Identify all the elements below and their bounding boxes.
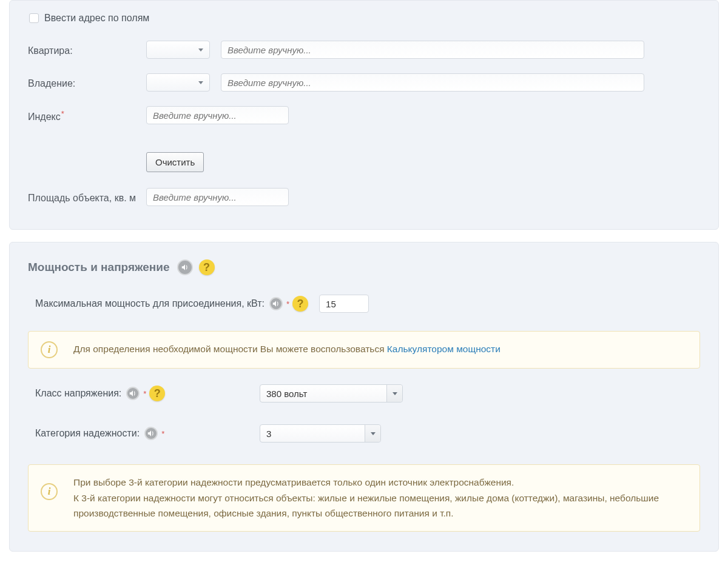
audio-icon[interactable]: [177, 259, 193, 275]
required-marker: *: [286, 299, 289, 309]
info-icon: i: [41, 483, 58, 500]
help-icon[interactable]: ?: [199, 259, 215, 275]
area-input[interactable]: [146, 188, 289, 206]
calc-info-text: Для определения необходимой мощности Вы …: [73, 344, 387, 354]
max-power-label: Максимальная мощность для присоединения,…: [35, 298, 265, 309]
index-row: Индекс*: [28, 106, 700, 124]
help-icon[interactable]: ?: [149, 386, 165, 401]
reliability-label: Категория надежности:: [35, 428, 140, 439]
clear-button[interactable]: Очистить: [146, 152, 204, 172]
ownership-select[interactable]: [146, 73, 210, 92]
calculator-info: i Для определения необходимой мощности В…: [28, 331, 700, 369]
ownership-input[interactable]: [221, 73, 644, 92]
calculator-link[interactable]: Калькулятором мощности: [387, 344, 500, 354]
apartment-input[interactable]: [221, 41, 644, 59]
reliability-info-line2: К 3-й категории надежности могут относит…: [73, 490, 687, 521]
reliability-value: 3: [266, 429, 271, 439]
reliability-dropdown[interactable]: 3: [260, 424, 381, 443]
voltage-class-dropdown[interactable]: 380 вольт: [260, 384, 403, 403]
address-panel: Ввести адрес по полям Квартира: Владение…: [9, 0, 719, 230]
power-panel: Мощность и напряжение ? Максимальная мощ…: [9, 242, 719, 552]
voltage-class-row: Класс напряжения: * ? 380 вольт: [35, 384, 700, 403]
index-input[interactable]: [146, 106, 289, 124]
reliability-info-line1: При выборе 3-й категории надежности пред…: [73, 475, 687, 490]
required-marker: *: [61, 109, 64, 118]
info-icon: i: [41, 341, 58, 358]
required-marker: *: [143, 389, 146, 398]
power-section-title: Мощность и напряжение: [28, 261, 170, 274]
manual-address-checkbox[interactable]: [29, 13, 39, 23]
voltage-class-label: Класс напряжения:: [35, 388, 121, 399]
area-row: Площадь объекта, кв. м: [28, 188, 700, 206]
voltage-class-value: 380 вольт: [266, 389, 307, 399]
ownership-row: Владение:: [28, 73, 700, 92]
apartment-row: Квартира:: [28, 41, 700, 59]
audio-icon[interactable]: [269, 297, 283, 310]
manual-address-checkbox-label: Ввести адрес по полям: [44, 13, 149, 24]
area-label: Площадь объекта, кв. м: [28, 193, 136, 203]
reliability-row: Категория надежности: * 3: [35, 424, 700, 443]
max-power-row: Максимальная мощность для присоединения,…: [35, 295, 700, 313]
audio-icon[interactable]: [144, 427, 158, 440]
power-title-row: Мощность и напряжение ?: [28, 259, 700, 275]
chevron-down-icon[interactable]: [386, 385, 402, 402]
required-marker: *: [161, 429, 164, 438]
chevron-down-icon[interactable]: [365, 425, 380, 442]
index-label: Индекс: [28, 112, 61, 122]
manual-address-checkbox-row: Ввести адрес по полям: [29, 13, 700, 24]
apartment-select[interactable]: [146, 41, 210, 59]
help-icon[interactable]: ?: [292, 296, 308, 312]
reliability-info: i При выборе 3-й категории надежности пр…: [28, 464, 700, 532]
audio-icon[interactable]: [126, 387, 140, 400]
ownership-label: Владение:: [28, 78, 75, 89]
max-power-input[interactable]: [319, 295, 369, 313]
apartment-label: Квартира:: [28, 45, 73, 56]
